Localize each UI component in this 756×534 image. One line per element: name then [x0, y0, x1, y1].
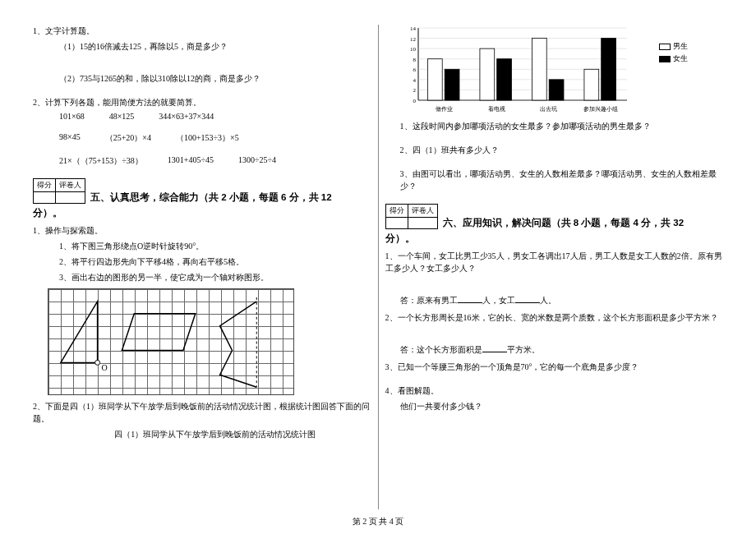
- q1-head: 1、文字计算题。: [33, 25, 371, 37]
- section-6-title-cont: 分）。: [385, 232, 724, 245]
- section-5-title-cont: 分）。: [33, 207, 371, 219]
- svg-text:O: O: [102, 363, 108, 372]
- w1: 1、一个车间，女工比男工少35人，男女工各调出17人后，男工人数是女工人数的2倍…: [385, 250, 724, 274]
- chart-legend: 男生 女生: [659, 41, 688, 66]
- svg-text:10: 10: [410, 46, 417, 53]
- legend-boy: 男生: [673, 41, 688, 52]
- svg-rect-24: [445, 69, 459, 100]
- p2-caption: 四（1）班同学从下午放学后到晚饭前的活动情况统计图: [33, 428, 371, 440]
- rq1: 1、这段时间内参加哪项活动的女生最多？参加哪项活动的男生最多？: [385, 120, 724, 132]
- svg-rect-29: [532, 39, 546, 100]
- q1-sub-b: （2）735与1265的和，除以310除以12的商，商是多少？: [33, 72, 371, 85]
- grid-figure: O: [48, 288, 294, 395]
- section-6-title: 六、应用知识，解决问题（共 8 小题，每题 4 分，共 32: [443, 217, 685, 229]
- w2: 2、一个长方形周长是16米，它的长、宽的米数是两个质数，这个长方形面积是多少平方…: [385, 311, 724, 324]
- q2-head: 2、计算下列各题，能用简便方法的就要简算。: [33, 96, 371, 108]
- w3: 3、已知一个等腰三角形的一个顶角是70°，它的每一个底角是多少度？: [385, 361, 724, 373]
- p1-a: 1、将下图三角形绕点O逆时针旋转90°。: [33, 240, 371, 252]
- q2-row2: 98×45 （25+20）×4 （100+153÷3）×5: [33, 132, 371, 144]
- w1-ans-prefix: 答：原来有男工: [400, 296, 458, 305]
- w1-ans-mid: 人，女工: [482, 296, 515, 305]
- swatch-boy-icon: [659, 44, 671, 50]
- svg-rect-27: [496, 59, 511, 100]
- score-table: 得分 评卷人: [33, 178, 85, 204]
- w1-ans-suffix: 人。: [540, 296, 556, 305]
- svg-text:看电视: 看电视: [487, 106, 505, 113]
- expr: 48×125: [109, 112, 135, 121]
- legend-girl: 女生: [673, 53, 688, 64]
- expr: （25+20）×4: [105, 132, 151, 144]
- left-column: 1、文字计算题。 （1）15的16倍减去125，再除以5，商是多少？ （2）73…: [33, 25, 371, 509]
- score-label: 得分: [34, 179, 56, 192]
- svg-text:做作业: 做作业: [436, 106, 453, 113]
- expr: 98×45: [59, 132, 81, 144]
- svg-rect-30: [549, 80, 564, 100]
- bar-chart: 02468101214做作业看电视出去玩参加兴趣小组 男生 女生: [400, 25, 630, 115]
- expr: 344×63+37×344: [159, 112, 214, 121]
- p1-head: 1、操作与探索题。: [33, 224, 371, 237]
- svg-text:12: 12: [410, 36, 417, 43]
- svg-rect-33: [601, 39, 615, 100]
- rq2: 2、四（1）班共有多少人？: [385, 144, 724, 156]
- section-5-title: 五、认真思考，综合能力（共 2 小题，每题 6 分，共 12: [90, 191, 332, 204]
- w2-answer: 答：这个长方形面积是平方米。: [385, 343, 724, 356]
- right-column: 02468101214做作业看电视出去玩参加兴趣小组 男生 女生 1、这段时间内…: [385, 25, 724, 509]
- rq3: 3、由图可以看出，哪项活动男、女生的人数相差最多？哪项活动男、女生的人数相差最少…: [385, 168, 724, 192]
- section-5-head: 得分 评卷人 五、认真思考，综合能力（共 2 小题，每题 6 分，共 12: [33, 178, 371, 204]
- grader-label: 评卷人: [56, 179, 85, 192]
- svg-text:8: 8: [413, 57, 416, 63]
- svg-text:6: 6: [413, 67, 416, 73]
- expr: 1300÷25÷4: [238, 155, 276, 167]
- blank-field[interactable]: [458, 295, 482, 303]
- w2-ans-suffix: 平方米。: [507, 345, 540, 354]
- expr: （100+153÷3）×5: [176, 132, 239, 144]
- svg-text:0: 0: [413, 98, 416, 104]
- w4-a: 4、看图解题。: [385, 384, 724, 397]
- svg-marker-0: [61, 302, 98, 362]
- w4-b: 他们一共要付多少钱？: [385, 400, 724, 412]
- p1-c: 3、画出右边的图形的另一半，使它成为一个轴对称图形。: [33, 271, 371, 283]
- svg-text:2: 2: [413, 87, 416, 94]
- score-table: 得分 评卷人: [385, 204, 438, 229]
- expr: 21×（（75+153）÷38）: [59, 155, 143, 167]
- svg-rect-32: [583, 69, 598, 100]
- svg-text:14: 14: [410, 25, 417, 32]
- expr: 1301+405÷45: [168, 155, 214, 167]
- swatch-girl-icon: [659, 56, 671, 62]
- q2-row3: 21×（（75+153）÷38） 1301+405÷45 1300÷25÷4: [33, 155, 371, 167]
- blank-field[interactable]: [515, 295, 540, 303]
- p1-b: 2、将平行四边形先向下平移4格，再向右平移5格。: [33, 255, 371, 268]
- svg-point-1: [95, 360, 100, 365]
- q2-row1: 101×68 48×125 344×63+37×344: [33, 112, 371, 121]
- grader-label: 评卷人: [408, 205, 437, 218]
- svg-text:出去玩: 出去玩: [540, 106, 557, 113]
- w1-answer: 答：原来有男工人，女工人。: [385, 294, 724, 306]
- w2-ans-prefix: 答：这个长方形面积是: [400, 345, 482, 354]
- svg-rect-26: [479, 48, 494, 100]
- p2-head: 2、下面是四（1）班同学从下午放学后到晚饭前的活动情况统计图，根据统计图回答下面…: [33, 400, 371, 425]
- svg-text:参加兴趣小组: 参加兴趣小组: [583, 106, 618, 113]
- section-6-head: 得分 评卷人 六、应用知识，解决问题（共 8 小题，每题 4 分，共 32: [385, 204, 724, 229]
- page-footer: 第 2 页 共 4 页: [0, 516, 756, 527]
- svg-rect-23: [427, 59, 442, 100]
- score-label: 得分: [385, 205, 408, 218]
- expr: 101×68: [59, 112, 85, 121]
- svg-text:4: 4: [413, 77, 416, 84]
- blank-field[interactable]: [482, 344, 507, 352]
- q1-sub-a: （1）15的16倍减去125，再除以5，商是多少？: [33, 40, 371, 53]
- column-divider: [378, 25, 379, 509]
- svg-marker-3: [122, 314, 195, 351]
